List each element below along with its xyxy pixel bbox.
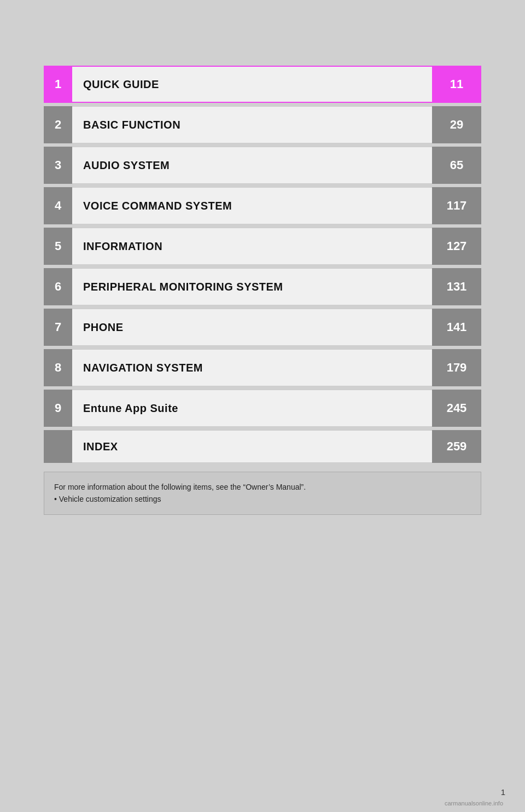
chapter-title-index[interactable]: INDEX	[72, 430, 432, 463]
chapter-page-2: 29	[432, 106, 481, 143]
chapter-page-6: 131	[432, 268, 481, 305]
toc-row-4[interactable]: 4 VOICE COMMAND SYSTEM 117	[44, 187, 481, 224]
chapter-title-text-9: Entune App Suite	[83, 402, 178, 415]
chapter-title-text-7: PHONE	[83, 321, 124, 334]
toc-row-5[interactable]: 5 INFORMATION 127	[44, 228, 481, 265]
info-box: For more information about the following…	[44, 472, 481, 515]
chapter-number-1: 1	[44, 66, 72, 103]
chapter-title-6[interactable]: PERIPHERAL MONITORING SYSTEM	[72, 268, 432, 305]
chapter-page-index: 259	[432, 430, 481, 463]
chapter-number-7: 7	[44, 309, 72, 346]
toc-row-9[interactable]: 9 Entune App Suite 245	[44, 390, 481, 427]
chapter-number-2: 2	[44, 106, 72, 143]
chapter-title-text-8: NAVIGATION SYSTEM	[83, 362, 203, 374]
toc-row-8[interactable]: 8 NAVIGATION SYSTEM 179	[44, 349, 481, 386]
chapter-title-9[interactable]: Entune App Suite	[72, 390, 432, 427]
toc-row-1[interactable]: 1 QUICK GUIDE 11	[44, 66, 481, 103]
toc-row-7[interactable]: 7 PHONE 141	[44, 309, 481, 346]
chapter-title-7[interactable]: PHONE	[72, 309, 432, 346]
page-number: 1	[501, 787, 505, 797]
chapter-title-8[interactable]: NAVIGATION SYSTEM	[72, 349, 432, 386]
toc-row-index[interactable]: INDEX 259	[44, 430, 481, 463]
info-line-2: • Vehicle customization settings	[54, 493, 471, 505]
chapter-title-text-5: INFORMATION	[83, 240, 162, 253]
chapter-title-5[interactable]: INFORMATION	[72, 228, 432, 265]
chapter-title-text-2: BASIC FUNCTION	[83, 119, 180, 131]
chapter-number-6: 6	[44, 268, 72, 305]
chapter-page-3: 65	[432, 147, 481, 184]
chapter-page-7: 141	[432, 309, 481, 346]
chapter-page-9: 245	[432, 390, 481, 427]
chapter-page-5: 127	[432, 228, 481, 265]
chapter-page-1: 11	[432, 66, 481, 103]
chapter-title-2[interactable]: BASIC FUNCTION	[72, 106, 432, 143]
chapter-number-index	[44, 430, 72, 463]
chapter-number-8: 8	[44, 349, 72, 386]
toc-row-2[interactable]: 2 BASIC FUNCTION 29	[44, 106, 481, 143]
toc-row-3[interactable]: 3 AUDIO SYSTEM 65	[44, 147, 481, 184]
chapter-title-3[interactable]: AUDIO SYSTEM	[72, 147, 432, 184]
chapter-title-1[interactable]: QUICK GUIDE	[72, 66, 432, 103]
info-line-1: For more information about the following…	[54, 481, 471, 493]
chapter-number-4: 4	[44, 187, 72, 224]
toc-row-6[interactable]: 6 PERIPHERAL MONITORING SYSTEM 131	[44, 268, 481, 305]
watermark-text: carmanualsonline.info	[445, 800, 503, 807]
chapter-number-9: 9	[44, 390, 72, 427]
chapter-page-4: 117	[432, 187, 481, 224]
page-container: 1 QUICK GUIDE 11 2 BASIC FUNCTION 29 3 A…	[0, 0, 525, 812]
chapter-title-text-1: QUICK GUIDE	[83, 78, 159, 91]
chapter-page-8: 179	[432, 349, 481, 386]
chapter-title-text-4: VOICE COMMAND SYSTEM	[83, 200, 232, 212]
chapter-title-4[interactable]: VOICE COMMAND SYSTEM	[72, 187, 432, 224]
chapter-title-text-3: AUDIO SYSTEM	[83, 159, 170, 172]
table-of-contents: 1 QUICK GUIDE 11 2 BASIC FUNCTION 29 3 A…	[44, 66, 481, 463]
chapter-title-text-6: PERIPHERAL MONITORING SYSTEM	[83, 281, 283, 293]
chapter-number-5: 5	[44, 228, 72, 265]
chapter-title-text-index: INDEX	[83, 440, 118, 453]
chapter-number-3: 3	[44, 147, 72, 184]
